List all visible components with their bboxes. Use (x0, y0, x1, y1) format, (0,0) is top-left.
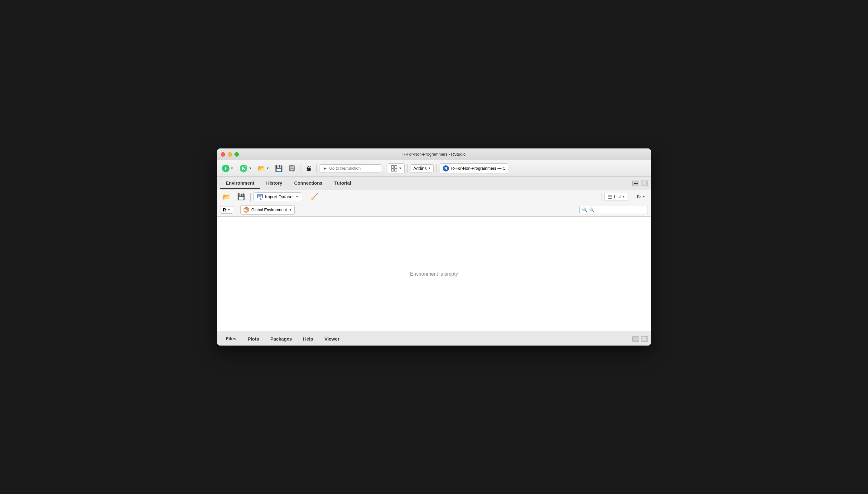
import-dataset-label: Import Dataset (265, 194, 294, 199)
layout-button[interactable]: ▼ (388, 164, 405, 173)
open-folder-btn[interactable]: 📂 (220, 192, 233, 202)
open-folder-icon: 📂 (223, 193, 230, 201)
new-file-button[interactable]: + ▼ (220, 164, 235, 173)
refresh-btn[interactable]: ↻ ▼ (634, 192, 648, 201)
env-pane-controls: — ⬜ (632, 180, 648, 186)
new-project-icon: R + (239, 164, 248, 173)
empty-environment-message: Environment is empty (410, 271, 458, 277)
import-dataset-btn[interactable]: Import Dataset ▼ (253, 192, 302, 201)
list-label: List (614, 194, 621, 199)
list-view-btn[interactable]: List ▼ (604, 193, 628, 201)
r-selector[interactable]: R ▼ (220, 206, 233, 214)
import-chevron: ▼ (295, 195, 299, 198)
maximize-pane-button[interactable]: ⬜ (641, 180, 648, 186)
svg-rect-6 (290, 168, 293, 170)
broom-icon: 🧹 (311, 193, 318, 201)
save-button[interactable]: 💾 (273, 164, 285, 173)
list-chevron: ▼ (622, 195, 625, 198)
svg-text:R: R (445, 166, 448, 171)
tab-history[interactable]: History (261, 178, 288, 189)
r-project-label: R-For-Non-Programmers — C (451, 166, 505, 171)
window-title: R-For-Non-Programmers - RStudio (403, 152, 465, 156)
open-file-button[interactable]: 📂 ▼ (256, 164, 271, 173)
svg-rect-9 (394, 166, 397, 168)
svg-rect-14 (257, 194, 263, 198)
env-tab-bar: Environment History Connections Tutorial… (217, 176, 651, 190)
refresh-chevron: ▼ (642, 195, 645, 198)
go-to-file-container: ➤ (320, 164, 382, 172)
r-project-icon: R (442, 165, 449, 172)
sub-toolbar-sep (250, 193, 251, 201)
toolbar-separator-3 (385, 164, 385, 172)
addins-button[interactable]: Addins ▼ (411, 164, 434, 172)
toolbar-separator-4 (407, 164, 408, 172)
addins-label: Addins (413, 166, 427, 171)
save-icon: 💾 (275, 165, 283, 172)
sub-toolbar-sep2 (305, 193, 305, 201)
title-bar: R-For-Non-Programmers - RStudio (217, 149, 651, 160)
list-icon (607, 194, 613, 200)
refresh-icon: ↻ (636, 193, 641, 200)
env-selector-bar: R ▼ Global Environment ▼ (217, 203, 651, 216)
minimize-pane-button[interactable]: — (632, 180, 639, 186)
go-to-file-input[interactable] (329, 166, 379, 171)
tab-plots[interactable]: Plots (242, 334, 265, 344)
env-search-input[interactable] (589, 207, 645, 212)
new-file-icon: + (222, 165, 230, 172)
layout-icon (391, 165, 398, 172)
bottom-tab-bar: Files Plots Packages Help Viewer — ⬜ (217, 332, 651, 345)
rstudio-window: R-For-Non-Programmers - RStudio + ▼ R + … (217, 149, 651, 345)
save-env-icon: 💾 (237, 193, 245, 201)
tab-environment[interactable]: Environment (220, 178, 260, 189)
new-project-button[interactable]: R + ▼ (237, 163, 254, 174)
svg-rect-27 (246, 209, 247, 210)
toolbar-separator-2 (316, 164, 317, 172)
svg-text:+: + (245, 165, 246, 168)
globe-icon (243, 207, 249, 213)
r-selector-chevron: ▼ (227, 208, 230, 211)
svg-rect-10 (391, 169, 394, 171)
minimize-bottom-pane-button[interactable]: — (632, 336, 639, 342)
save-all-icon (288, 165, 296, 172)
env-bar-sep (237, 206, 237, 214)
save-all-button[interactable] (287, 164, 298, 173)
toolbar-separator-1 (301, 164, 301, 172)
env-content-area: Environment is empty (217, 216, 651, 332)
environment-pane: Environment History Connections Tutorial… (217, 176, 651, 332)
new-file-chevron: ▼ (230, 167, 233, 170)
r-project-button[interactable]: R R-For-Non-Programmers — C (440, 164, 508, 173)
addins-chevron: ▼ (428, 167, 431, 170)
global-env-chevron: ▼ (289, 208, 292, 211)
global-env-selector[interactable]: Global Environment ▼ (240, 205, 295, 214)
svg-rect-11 (394, 169, 397, 171)
env-search-box: 🔍 (579, 206, 648, 214)
open-file-icon: 📂 (257, 165, 265, 172)
import-icon (257, 194, 263, 200)
print-button[interactable]: 🖨 (304, 164, 314, 173)
traffic-lights (221, 152, 239, 156)
r-selector-label: R (223, 207, 226, 212)
tab-help[interactable]: Help (297, 334, 319, 344)
env-subtoolbar: 📂 💾 Import Dataset ▼ 🧹 (217, 190, 651, 203)
maximize-button[interactable] (234, 152, 239, 156)
print-icon: 🖨 (306, 165, 312, 172)
broom-btn[interactable]: 🧹 (308, 192, 321, 202)
bottom-pane: Files Plots Packages Help Viewer — ⬜ (217, 332, 651, 345)
bottom-pane-controls: — ⬜ (632, 336, 648, 342)
tab-packages[interactable]: Packages (265, 334, 297, 344)
sub-toolbar-right: List ▼ ↻ ▼ (600, 192, 648, 201)
tab-files[interactable]: Files (220, 334, 242, 344)
tab-viewer[interactable]: Viewer (319, 334, 345, 344)
toolbar-separator-5 (437, 164, 437, 172)
sub-toolbar-sep3 (601, 193, 601, 201)
close-button[interactable] (221, 152, 225, 156)
tab-connections[interactable]: Connections (288, 178, 328, 189)
search-icon: 🔍 (582, 207, 587, 212)
tab-tutorial[interactable]: Tutorial (329, 178, 357, 189)
maximize-bottom-pane-button[interactable]: ⬜ (641, 336, 648, 342)
minimize-button[interactable] (228, 152, 232, 156)
arrow-icon: ➤ (323, 166, 327, 171)
new-project-chevron: ▼ (249, 167, 252, 170)
save-env-btn[interactable]: 💾 (235, 192, 248, 202)
open-file-chevron: ▼ (266, 167, 269, 170)
